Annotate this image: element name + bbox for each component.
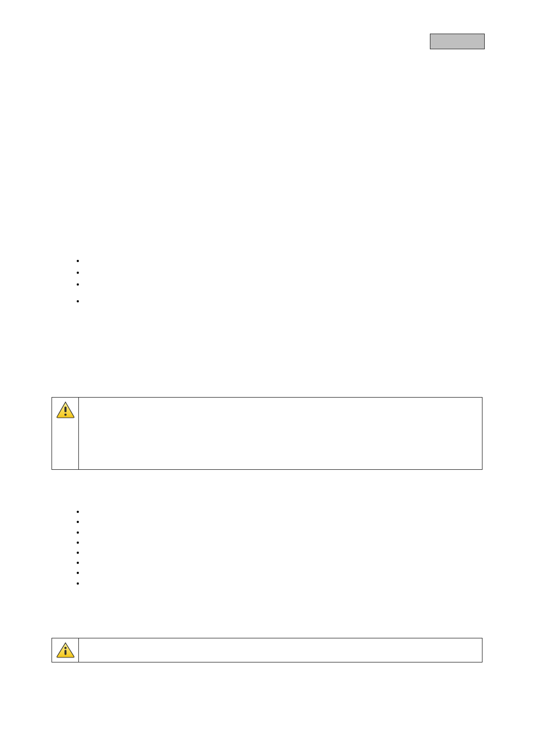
svg-rect-3	[64, 650, 66, 655]
warning-icon-cell	[52, 398, 79, 469]
svg-point-1	[64, 414, 67, 416]
list-item	[85, 267, 483, 279]
list-item	[85, 517, 483, 527]
list-item	[85, 578, 483, 589]
list-item	[85, 558, 483, 568]
info-icon-cell	[52, 638, 79, 662]
list-item	[85, 548, 483, 558]
list-item	[85, 528, 483, 538]
list-item	[85, 507, 483, 517]
header-grey-box	[430, 34, 485, 49]
list-item	[85, 568, 483, 578]
bullet-list-1	[51, 255, 483, 307]
warning-text-cell	[79, 398, 482, 469]
list-item	[85, 296, 483, 307]
list-item	[85, 279, 483, 291]
info-text-cell	[79, 638, 482, 662]
warning-callout-box	[51, 397, 483, 470]
warning-triangle-icon	[55, 401, 76, 419]
svg-point-2	[64, 647, 67, 649]
info-triangle-icon	[55, 642, 76, 659]
svg-rect-0	[64, 407, 67, 412]
list-item	[85, 538, 483, 548]
list-item	[85, 255, 483, 267]
info-callout-box	[51, 638, 483, 662]
bullet-list-2	[51, 507, 483, 589]
